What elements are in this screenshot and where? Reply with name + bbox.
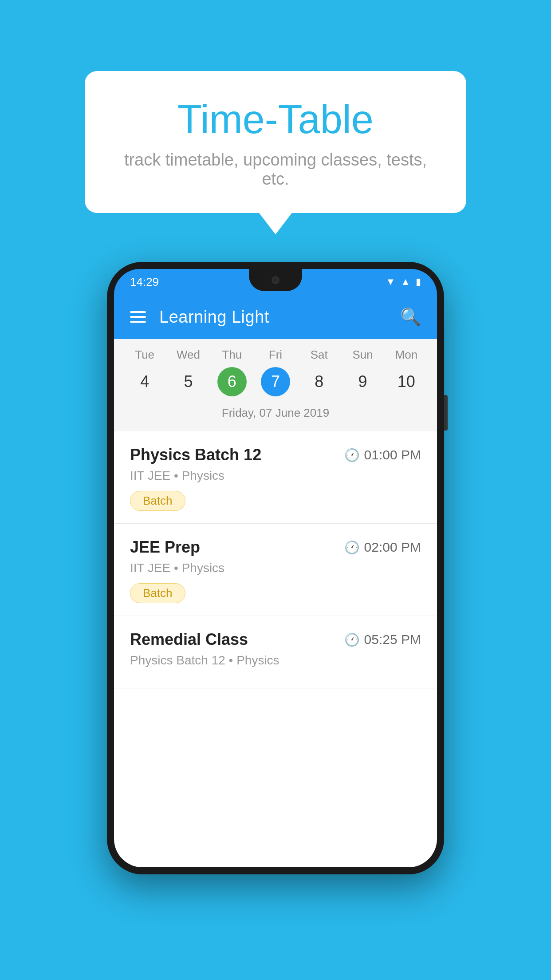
day-col-sat[interactable]: Sat8	[298, 348, 340, 396]
status-icons: ▼ ▲ ▮	[386, 276, 421, 288]
time-text: 01:00 PM	[364, 447, 421, 462]
day-name: Fri	[269, 348, 282, 362]
hamburger-menu-icon[interactable]	[130, 311, 146, 323]
signal-icon: ▲	[401, 276, 410, 288]
status-bar: 14:29 ▼ ▲ ▮	[114, 269, 437, 295]
schedule-item[interactable]: JEE Prep🕐02:00 PMIIT JEE • PhysicsBatch	[114, 524, 437, 616]
day-col-thu[interactable]: Thu6	[211, 348, 253, 396]
day-number[interactable]: 7	[261, 367, 290, 396]
item-subtitle: Physics Batch 12 • Physics	[130, 653, 421, 668]
day-col-tue[interactable]: Tue4	[123, 348, 166, 396]
search-icon[interactable]: 🔍	[400, 307, 421, 327]
day-name: Sat	[311, 348, 328, 362]
day-number[interactable]: 9	[348, 367, 378, 396]
clock-icon: 🕐	[344, 632, 360, 647]
schedule-list: Physics Batch 12🕐01:00 PMIIT JEE • Physi…	[114, 431, 437, 688]
item-subtitle: IIT JEE • Physics	[130, 561, 421, 575]
app-bar: Learning Light 🔍	[114, 295, 437, 339]
day-number[interactable]: 10	[392, 367, 421, 396]
day-col-fri[interactable]: Fri7	[254, 348, 297, 396]
days-row: Tue4Wed5Thu6Fri7Sat8Sun9Mon10	[114, 348, 437, 396]
day-number[interactable]: 4	[130, 367, 159, 396]
item-time: 🕐01:00 PM	[344, 447, 421, 462]
app-title: Learning Light	[159, 308, 387, 327]
phone-notch	[249, 269, 302, 291]
bubble-title: Time-Table	[120, 98, 431, 142]
bubble-subtitle: track timetable, upcoming classes, tests…	[120, 150, 431, 189]
speech-bubble: Time-Table track timetable, upcoming cla…	[85, 71, 466, 213]
day-number[interactable]: 5	[173, 367, 203, 396]
camera-icon	[272, 276, 279, 284]
item-title: Remedial Class	[130, 630, 248, 649]
item-subtitle: IIT JEE • Physics	[130, 469, 421, 483]
status-time: 14:29	[130, 275, 159, 289]
day-name: Mon	[395, 348, 418, 362]
batch-tag: Batch	[130, 583, 185, 603]
item-title: JEE Prep	[130, 538, 200, 557]
phone-screen: Learning Light 🔍 Tue4Wed5Thu6Fri7Sat8Sun…	[114, 295, 437, 867]
item-title: Physics Batch 12	[130, 446, 261, 464]
phone-mockup: 14:29 ▼ ▲ ▮ Learning Light 🔍	[107, 262, 444, 874]
speech-bubble-container: Time-Table track timetable, upcoming cla…	[85, 71, 466, 213]
calendar-strip: Tue4Wed5Thu6Fri7Sat8Sun9Mon10 Friday, 07…	[114, 339, 437, 431]
clock-icon: 🕐	[344, 540, 360, 555]
day-col-sun[interactable]: Sun9	[342, 348, 384, 396]
item-time: 🕐05:25 PM	[344, 632, 421, 647]
day-name: Thu	[222, 348, 242, 362]
day-name: Wed	[177, 348, 200, 362]
schedule-item[interactable]: Remedial Class🕐05:25 PMPhysics Batch 12 …	[114, 616, 437, 688]
side-button	[444, 395, 448, 431]
day-name: Tue	[135, 348, 154, 362]
day-col-mon[interactable]: Mon10	[385, 348, 428, 396]
day-name: Sun	[352, 348, 373, 362]
clock-icon: 🕐	[344, 448, 360, 462]
battery-icon: ▮	[416, 276, 421, 288]
time-text: 02:00 PM	[364, 540, 421, 555]
time-text: 05:25 PM	[364, 632, 421, 647]
day-col-wed[interactable]: Wed5	[167, 348, 209, 396]
day-number[interactable]: 8	[304, 367, 334, 396]
phone-wrapper: 14:29 ▼ ▲ ▮ Learning Light 🔍	[107, 262, 444, 874]
wifi-icon: ▼	[386, 276, 395, 288]
item-time: 🕐02:00 PM	[344, 540, 421, 555]
schedule-item[interactable]: Physics Batch 12🕐01:00 PMIIT JEE • Physi…	[114, 431, 437, 524]
selected-date-label: Friday, 07 June 2019	[114, 401, 437, 427]
day-number[interactable]: 6	[217, 367, 247, 396]
batch-tag: Batch	[130, 491, 185, 511]
